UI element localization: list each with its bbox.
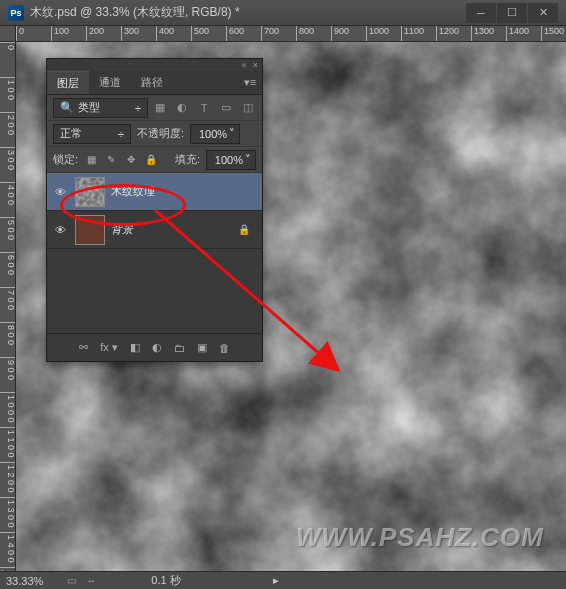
ruler-tick: 1200 — [436, 26, 459, 42]
adjustment-layer-icon[interactable]: ◐ — [152, 341, 162, 354]
panel-close-icon[interactable]: × — [253, 60, 258, 70]
group-icon[interactable]: 🗀 — [174, 342, 185, 354]
ruler-tick: 1100 — [401, 26, 424, 42]
layers-panel: « × 图层 通道 路径 ▾≡ 🔍 类型 ÷ ▦ ◐ T ▭ ◫ 正常 ÷ 不透… — [46, 58, 263, 362]
panel-collapse-icon[interactable]: « — [242, 60, 247, 70]
lock-all-icon[interactable]: 🔒 — [144, 153, 158, 167]
layer-item-wood-texture[interactable]: 👁 木纹纹理 — [47, 173, 262, 211]
ruler-tick: 2 0 0 — [0, 112, 16, 135]
ruler-tick: 8 0 0 — [0, 322, 16, 345]
visibility-toggle[interactable]: 👁 — [51, 183, 69, 201]
window-titlebar: Ps 木纹.psd @ 33.3% (木纹纹理, RGB/8) * ─ ☐ ✕ — [0, 0, 566, 26]
visibility-toggle[interactable]: 👁 — [51, 221, 69, 239]
delete-layer-icon[interactable]: 🗑 — [219, 342, 230, 354]
ruler-tick: 800 — [296, 26, 314, 42]
layer-mask-icon[interactable]: ◧ — [130, 341, 140, 354]
ruler-tick: 3 0 0 — [0, 147, 16, 170]
ruler-tick: 0 — [0, 42, 16, 50]
search-icon: 🔍 — [60, 101, 74, 114]
ruler-tick: 1 4 0 0 — [0, 532, 16, 563]
link-layers-icon[interactable]: ⚯ — [79, 341, 88, 354]
opacity-value: 100% — [199, 128, 227, 140]
ruler-tick: 600 — [226, 26, 244, 42]
tab-channels[interactable]: 通道 — [89, 71, 131, 94]
lock-icon: 🔒 — [238, 224, 254, 235]
minimize-button[interactable]: ─ — [466, 3, 496, 23]
watermark: WWW.PSAHZ.COM — [296, 522, 544, 553]
lock-transparent-icon[interactable]: ▦ — [84, 153, 98, 167]
filter-pixel-icon[interactable]: ▦ — [152, 100, 168, 116]
tab-layers[interactable]: 图层 — [47, 71, 89, 94]
opacity-input[interactable]: 100% ˅ — [190, 124, 240, 144]
ruler-horizontal[interactable]: 0100200300400500600700800900100011001200… — [16, 26, 566, 42]
ruler-tick: 1 0 0 — [0, 77, 16, 100]
status-time: 0.1 秒 — [151, 573, 180, 588]
dropdown-icon: ÷ — [135, 102, 141, 114]
ruler-tick: 7 0 0 — [0, 287, 16, 310]
maximize-button[interactable]: ☐ — [497, 3, 527, 23]
layer-style-icon[interactable]: fx ▾ — [100, 341, 118, 354]
ruler-tick: 5 0 0 — [0, 217, 16, 240]
chevron-down-icon: ˅ — [245, 153, 251, 166]
dropdown-icon: ÷ — [118, 128, 124, 140]
tab-paths[interactable]: 路径 — [131, 71, 173, 94]
status-doc-icon[interactable]: ▭ — [63, 574, 79, 588]
fill-input[interactable]: 100% ˅ — [206, 150, 256, 170]
filter-smart-icon[interactable]: ◫ — [240, 100, 256, 116]
zoom-level[interactable]: 33.33% — [6, 575, 43, 587]
status-play-icon[interactable]: ▸ — [273, 574, 279, 587]
ruler-tick: 0 — [16, 26, 24, 42]
document-title: 木纹.psd @ 33.3% (木纹纹理, RGB/8) * — [30, 4, 240, 21]
new-layer-icon[interactable]: ▣ — [197, 341, 207, 354]
ruler-tick: 4 0 0 — [0, 182, 16, 205]
panel-chrome: « × — [47, 59, 262, 71]
ruler-tick: 900 — [331, 26, 349, 42]
ruler-tick: 1400 — [506, 26, 529, 42]
filter-adjust-icon[interactable]: ◐ — [174, 100, 190, 116]
layer-thumbnail[interactable] — [75, 177, 105, 207]
filter-shape-icon[interactable]: ▭ — [218, 100, 234, 116]
lock-row: 锁定: ▦ ✎ ✥ 🔒 填充: 100% ˅ — [47, 147, 262, 173]
ruler-tick: 1 3 0 0 — [0, 497, 16, 528]
blend-mode-select[interactable]: 正常 ÷ — [53, 124, 131, 144]
ruler-tick: 1000 — [366, 26, 389, 42]
window-controls: ─ ☐ ✕ — [466, 3, 558, 23]
chevron-down-icon: ˅ — [229, 127, 235, 140]
lock-brush-icon[interactable]: ✎ — [104, 153, 118, 167]
blend-mode-value: 正常 — [60, 126, 82, 141]
ruler-tick: 700 — [261, 26, 279, 42]
ruler-tick: 6 0 0 — [0, 252, 16, 275]
layer-name: 木纹纹理 — [111, 184, 155, 199]
layer-list: 👁 木纹纹理 👁 背景 🔒 — [47, 173, 262, 333]
fill-value: 100% — [215, 154, 243, 166]
lock-position-icon[interactable]: ✥ — [124, 153, 138, 167]
ruler-tick: 200 — [86, 26, 104, 42]
ruler-tick: 9 0 0 — [0, 357, 16, 380]
ruler-tick: 1 0 0 0 — [0, 392, 16, 423]
status-arrow-icon[interactable]: ↔ — [83, 574, 99, 588]
ruler-tick: 1300 — [471, 26, 494, 42]
panel-tabs: 图层 通道 路径 ▾≡ — [47, 71, 262, 95]
layer-name: 背景 — [111, 222, 133, 237]
filter-type-label: 类型 — [78, 100, 135, 115]
ruler-tick: 1 2 0 0 — [0, 462, 16, 493]
filter-type-icon[interactable]: T — [196, 100, 212, 116]
layer-filter-row: 🔍 类型 ÷ ▦ ◐ T ▭ ◫ — [47, 95, 262, 121]
ruler-tick: 1 1 0 0 — [0, 427, 16, 458]
layer-filter-type[interactable]: 🔍 类型 ÷ — [53, 98, 148, 118]
svg-rect-1 — [76, 178, 104, 206]
ruler-tick: 300 — [121, 26, 139, 42]
layer-panel-actions: ⚯ fx ▾ ◧ ◐ 🗀 ▣ 🗑 — [47, 333, 262, 361]
ruler-vertical[interactable]: 01 0 02 0 03 0 04 0 05 0 06 0 07 0 08 0 … — [0, 42, 16, 571]
app-icon: Ps — [8, 5, 24, 21]
panel-menu-button[interactable]: ▾≡ — [238, 71, 262, 94]
ruler-tick: 500 — [191, 26, 209, 42]
layer-item-background[interactable]: 👁 背景 🔒 — [47, 211, 262, 249]
ruler-origin[interactable] — [0, 26, 16, 42]
ruler-tick: 100 — [51, 26, 69, 42]
blend-row: 正常 ÷ 不透明度: 100% ˅ — [47, 121, 262, 147]
lock-label: 锁定: — [53, 152, 78, 167]
fill-label: 填充: — [175, 152, 200, 167]
close-button[interactable]: ✕ — [528, 3, 558, 23]
layer-thumbnail[interactable] — [75, 215, 105, 245]
